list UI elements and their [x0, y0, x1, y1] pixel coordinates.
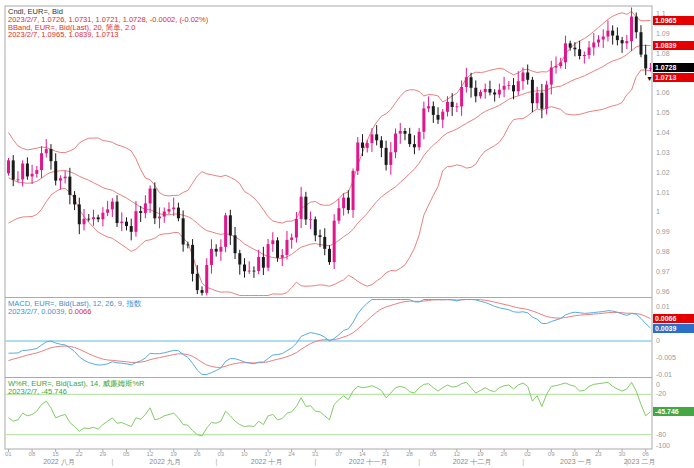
- macd-legend-values: 2023/2/7, 0.0039, 0.0066: [8, 308, 141, 316]
- candle-body: [243, 265, 246, 272]
- candle-body: [295, 219, 298, 238]
- candle-body: [422, 108, 425, 131]
- candle-body: [639, 32, 642, 54]
- candle-body: [7, 160, 10, 173]
- candle-body: [224, 215, 227, 247]
- candle-body: [526, 72, 529, 79]
- macd-signal-value: 0.0066: [66, 307, 91, 316]
- candle-body: [602, 37, 605, 40]
- candle-body: [465, 77, 468, 87]
- candle-body: [559, 62, 562, 66]
- candle-body: [432, 106, 435, 115]
- candle-body: [484, 89, 487, 92]
- candle-body: [630, 17, 633, 42]
- candle-body: [139, 211, 142, 213]
- candle-body: [389, 152, 392, 165]
- candle-body: [271, 240, 274, 244]
- candle-body: [370, 134, 373, 143]
- candle-body: [460, 87, 463, 106]
- candle-body: [555, 66, 558, 67]
- candle-body: [149, 189, 152, 204]
- candle-body: [578, 49, 581, 56]
- candle-body: [446, 102, 449, 112]
- bband-legend-values: 2023/2/7, 1.0965, 1.0839, 1.0713: [8, 31, 208, 39]
- candle-body: [375, 134, 378, 140]
- candle-body: [111, 202, 114, 210]
- candle-body: [394, 134, 397, 153]
- candle-body: [521, 72, 524, 81]
- candle-body: [285, 240, 288, 255]
- candle-body: [606, 31, 609, 37]
- candle-body: [78, 204, 81, 224]
- candle-body: [130, 226, 133, 232]
- candle-body: [337, 208, 340, 220]
- candle-body: [531, 80, 534, 103]
- candle-body: [451, 102, 454, 107]
- price-axis-badge: 1.0839: [653, 41, 694, 50]
- candle-body: [35, 170, 38, 174]
- candle-body: [319, 235, 322, 237]
- candle-body: [611, 31, 614, 36]
- candle-body: [234, 235, 237, 253]
- candle-body: [101, 213, 104, 220]
- candle-body: [158, 217, 161, 219]
- candle-body: [536, 93, 539, 104]
- candle-body: [512, 85, 515, 91]
- candle-body: [399, 131, 402, 134]
- candle-body: [97, 217, 100, 219]
- candle-body: [281, 255, 284, 258]
- price-axis-badge: 1.0713: [653, 73, 694, 82]
- candle-body: [583, 55, 586, 56]
- bollinger-middle-band: [9, 45, 651, 258]
- candle-body: [385, 148, 388, 165]
- candle-body: [309, 219, 312, 220]
- wpr-legend-value: 2023/2/7, -45.746: [8, 388, 145, 396]
- candle-body: [290, 238, 293, 240]
- candle-body: [550, 68, 553, 85]
- candle-body: [366, 143, 369, 148]
- candle-body: [59, 178, 62, 180]
- candle-body: [68, 177, 71, 195]
- candle-body: [252, 271, 255, 272]
- candle-body: [186, 244, 189, 245]
- candle-body: [517, 81, 520, 91]
- candle-body: [470, 77, 473, 88]
- candle-body: [573, 48, 576, 50]
- candle-body: [83, 219, 86, 225]
- candle-body: [31, 174, 34, 177]
- candle-body: [408, 134, 411, 144]
- macd-panel-legend: MACD, EUR=, Bid(Last), 12, 26, 9, 指数 202…: [8, 300, 141, 316]
- candle-body: [413, 144, 416, 147]
- candle-body: [64, 177, 67, 179]
- candle-body: [153, 189, 156, 219]
- time-axis[interactable]: [5, 449, 652, 467]
- candle-body: [380, 140, 383, 148]
- chart-plot-area[interactable]: [0, 0, 694, 468]
- candle-body: [49, 149, 52, 161]
- candle-body: [540, 93, 543, 109]
- candle-body: [182, 218, 185, 244]
- candle-body: [120, 222, 123, 223]
- candle-body: [616, 36, 619, 41]
- candle-body: [12, 160, 15, 179]
- chart-container: Cndl, EUR=, Bid 2023/2/7, 1.0726, 1.0731…: [0, 0, 694, 468]
- candle-body: [40, 153, 43, 170]
- macd-value: 2023/2/7, 0.0039,: [8, 307, 66, 316]
- candle-body: [498, 90, 501, 95]
- candle-body: [356, 143, 359, 171]
- candle-body: [597, 40, 600, 43]
- candle-body: [328, 249, 331, 262]
- candle-body: [26, 164, 29, 177]
- macd-axis-badge: 0.0066: [653, 314, 694, 323]
- candle-body: [347, 198, 350, 210]
- candle-body: [262, 257, 265, 268]
- candle-body: [87, 219, 90, 220]
- candle-body: [92, 217, 95, 219]
- wpr-axis-badge: -45.746: [653, 407, 694, 416]
- candle-body: [545, 85, 548, 109]
- main-panel-legend: Cndl, EUR=, Bid 2023/2/7, 1.0726, 1.0731…: [8, 8, 208, 39]
- candle-body: [564, 43, 567, 62]
- candle-body: [54, 161, 57, 180]
- candle-body: [134, 211, 137, 232]
- candle-body: [177, 208, 180, 219]
